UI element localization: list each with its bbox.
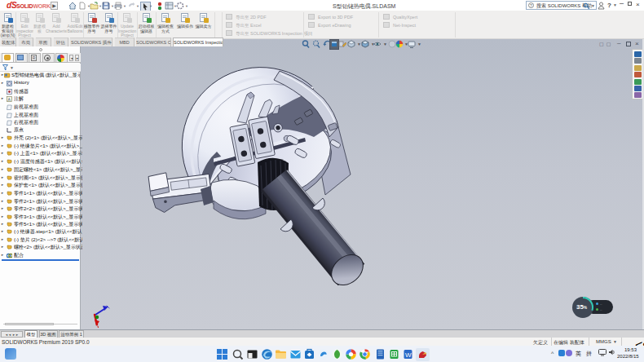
svg-text:W: W	[405, 351, 412, 359]
